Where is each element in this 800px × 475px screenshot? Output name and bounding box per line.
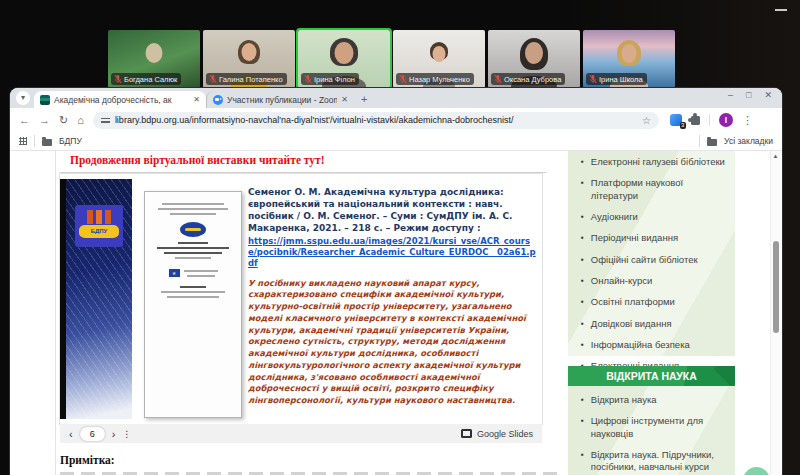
slide-text-block: Семеног О. М. Академічна культура дослід…: [248, 187, 537, 407]
video-tile[interactable]: Богдана Салюк: [108, 30, 200, 88]
page-heading: Продовження віртуальної виставки читайте…: [70, 154, 325, 166]
sidebar-item-onlain-kursy[interactable]: ▪Онлайн-курси: [581, 275, 729, 287]
eu-flag-row: ★: [145, 269, 241, 277]
bookmark-folder-bdpu[interactable]: БДПУ: [59, 136, 82, 146]
bullet-icon: ▪: [581, 254, 584, 265]
new-tab-button[interactable]: +: [361, 93, 367, 105]
video-tile-active-speaker[interactable]: Ірина Філон: [298, 30, 390, 88]
video-tile[interactable]: Назар Мульченко: [393, 30, 485, 88]
mic-muted-icon: [399, 74, 407, 84]
bullet-icon: ▪: [581, 296, 584, 307]
minimize-icon[interactable]: [775, 9, 787, 11]
slides-control-bar: ‹ 6 › ⋮ Google Slides: [60, 424, 542, 443]
sidebar-item-osvitni-platformy[interactable]: ▪Освітні платформи: [581, 296, 729, 308]
participant-name: Ірина Школа: [599, 75, 643, 84]
participant-face: [622, 44, 637, 63]
book-cover-line: [180, 286, 206, 288]
page-scrollbar[interactable]: ▲: [770, 151, 780, 475]
google-slides-label: Google Slides: [477, 429, 533, 439]
reload-icon[interactable]: ↻: [59, 114, 68, 127]
note-label: Примітка:: [60, 454, 115, 466]
tab-akademichna-dobrochesnist[interactable]: Академічна доброчесність, ак ✕: [34, 91, 206, 108]
previous-slide-icon[interactable]: ‹: [69, 428, 73, 440]
all-bookmarks[interactable]: Усі закладки: [699, 135, 773, 147]
browser-toolbar: ← → ↻ ⌂ library.bdpu.org.ua/informatsiyn…: [10, 108, 782, 132]
slides-menu-icon[interactable]: ⋮: [122, 429, 131, 439]
apps-grid-icon[interactable]: [19, 137, 27, 145]
extension-icon[interactable]: 3: [670, 114, 682, 126]
home-icon[interactable]: ⌂: [77, 114, 84, 126]
participant-face: [242, 43, 257, 61]
participant-name: Назар Мульченко: [409, 75, 470, 84]
kebab-menu-icon[interactable]: ⋮: [742, 114, 753, 127]
sidebar-item-dovidkovi-vydannia[interactable]: ▪Довідкові видання: [581, 318, 729, 330]
sidebar-item-label: Інформаційна безпека: [591, 339, 690, 351]
video-tile[interactable]: Ірина Школа: [583, 30, 675, 88]
bullet-icon: ▪: [581, 232, 584, 243]
bullet-icon: ▪: [581, 339, 584, 350]
bullet-icon: ▪: [581, 449, 584, 460]
star-icon[interactable]: ☆: [642, 115, 651, 126]
extensions-puzzle-icon[interactable]: [691, 116, 700, 125]
zoom-favicon: [213, 95, 223, 105]
tab-search-button[interactable]: ▾: [16, 91, 30, 105]
mic-muted-icon: [589, 74, 597, 84]
url-text[interactable]: library.bdpu.org.ua/informatsiyno-navcha…: [115, 115, 637, 125]
close-icon[interactable]: ✕: [764, 90, 772, 100]
close-icon[interactable]: ✕: [341, 95, 348, 104]
sidebar-item-vidkryta-nauka-pidruchnyky[interactable]: ▪Відкрита наука. Підручники, посібники, …: [581, 449, 729, 474]
sidebar-item-vidkryta-nauka[interactable]: ▪Відкрита наука: [581, 394, 729, 406]
library-favicon: [40, 95, 50, 105]
all-bookmarks-label: Усі закладки: [724, 136, 773, 146]
address-bar[interactable]: library.bdpu.org.ua/informatsiyno-navcha…: [93, 112, 659, 129]
folder-icon: [707, 139, 717, 146]
scroll-up-icon[interactable]: ▲: [773, 153, 779, 159]
tab-zoom[interactable]: Участник публикации - Zoom ✕: [206, 91, 354, 108]
sidebar-item-tsyfrovi-instrumenty[interactable]: ▪Цифрові інструменти для науковців: [581, 415, 729, 440]
book-cover-line: [170, 213, 216, 215]
close-icon[interactable]: ✕: [193, 95, 200, 104]
back-icon[interactable]: ←: [19, 114, 30, 126]
open-science-items: ▪Відкрита наука ▪Цифрові інструменти для…: [568, 386, 735, 475]
sidebar-item-elektronni-haluzevi-biblioteky[interactable]: ▪Електронні галузеві бібліотеки: [581, 156, 729, 168]
video-tile[interactable]: Галина Потапенко: [203, 30, 295, 88]
book-cover-line: [157, 247, 229, 249]
browser-window: ▾ Академічна доброчесність, ак ✕ Участни…: [10, 88, 782, 475]
pdf-link[interactable]: https://jmm.sspu.edu.ua/images/2021/kurs…: [248, 236, 537, 270]
sidebar-item-label: Офіційні сайти бібліотек: [591, 254, 698, 266]
sidebar-item-ofitsiini-saity-bibliotek[interactable]: ▪Офіційні сайти бібліотек: [581, 254, 729, 266]
google-slides-brand[interactable]: Google Slides: [461, 429, 533, 439]
participant-name: Галина Потапенко: [219, 75, 283, 84]
profile-avatar[interactable]: І: [719, 113, 733, 127]
web-page: Продовження віртуальної виставки читайте…: [10, 151, 782, 475]
maximize-icon[interactable]: □: [746, 90, 751, 100]
book-cover-line: [161, 291, 225, 293]
participant-name: Богдана Салюк: [124, 75, 177, 84]
tab-title: Участник публикации - Zoom: [227, 95, 337, 105]
book-cover-thumbnail: ★: [144, 191, 242, 418]
scrollbar-thumb[interactable]: [773, 241, 779, 333]
bullet-icon: ▪: [581, 275, 584, 286]
sidebar-item-audioknyhy[interactable]: ▪Аудіокниги: [581, 211, 729, 223]
forward-icon[interactable]: →: [39, 114, 50, 126]
sidebar-item-platformy-naukovoi-literatury[interactable]: ▪Платформи наукової літератури: [581, 177, 729, 202]
video-tile[interactable]: Оксана Дуброва: [488, 30, 580, 88]
book-cover-line: [175, 257, 211, 259]
mic-muted-icon: [494, 74, 502, 84]
participant-nameplate: Оксана Дуброва: [491, 73, 565, 85]
minimize-icon[interactable]: –: [728, 90, 733, 100]
scroll-to-top-button[interactable]: [743, 467, 770, 475]
sidebar-item-periodychni-vydannia[interactable]: ▪Періодичні видання: [581, 232, 729, 244]
participant-tiles: Богдана Салюк Галина Потапенко Ірина Ф: [108, 30, 675, 88]
google-slides-embed[interactable]: БДПУ ★: [60, 174, 542, 424]
participant-nameplate: Ірина Школа: [586, 73, 647, 85]
next-slide-icon[interactable]: ›: [112, 428, 116, 440]
zoom-meeting-strip: Богдана Салюк Галина Потапенко Ірина Ф: [0, 0, 800, 88]
content-left-border: [55, 151, 56, 475]
sidebar-item-label: Відкрита наука: [591, 394, 657, 406]
sidebar-item-informatsiina-bezpeka[interactable]: ▪Інформаційна безпека: [581, 339, 729, 351]
sidebar-item-label: Аудіокниги: [591, 211, 638, 223]
site-settings-icon[interactable]: [101, 116, 110, 125]
bullet-icon: ▪: [581, 177, 584, 188]
sidebar-item-label: Онлайн-курси: [591, 275, 652, 287]
